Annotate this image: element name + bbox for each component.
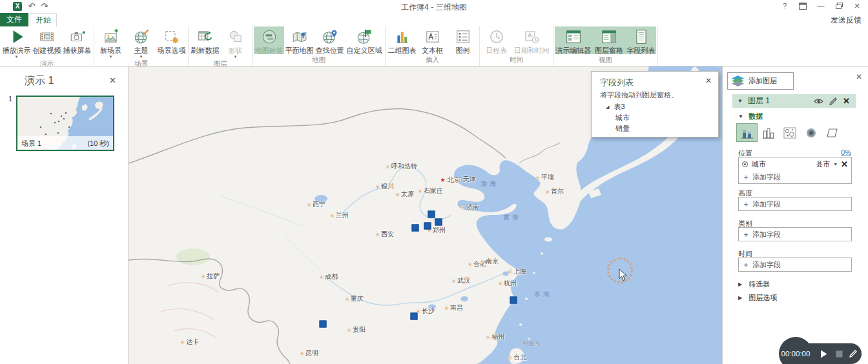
map-city-label: 南昌: [445, 303, 463, 312]
viz-clustered-column-button[interactable]: [758, 124, 778, 141]
refresh-data-button[interactable]: 刷新数据: [190, 26, 220, 54]
scene-options-button[interactable]: 场景选项: [156, 26, 187, 54]
data-section-header[interactable]: ▼ 数据: [738, 112, 763, 121]
expand-icon[interactable]: ▶: [738, 295, 742, 301]
minimize-button[interactable]: —: [815, 1, 827, 11]
expand-icon[interactable]: ▶: [738, 281, 742, 287]
field-list-button[interactable]: 字段列表: [626, 26, 656, 54]
theme-globe-icon: [132, 28, 150, 46]
time-add-field[interactable]: ＋ 添加字段: [739, 258, 851, 271]
geocoding-percent-link[interactable]: 0%: [841, 148, 851, 156]
category-add-field[interactable]: ＋ 添加字段: [739, 228, 851, 241]
edit-pencil-button[interactable]: [846, 343, 860, 364]
tab-home[interactable]: 开始: [30, 13, 57, 26]
field-list-table-node[interactable]: ◢ 表3: [606, 102, 625, 112]
viz-region-button[interactable]: [822, 124, 842, 141]
layer-pane-close-icon[interactable]: ✕: [856, 72, 862, 81]
layer-rename-icon[interactable]: [829, 97, 837, 105]
data-point-marker[interactable]: [424, 223, 431, 230]
collapse-icon[interactable]: ▼: [738, 98, 743, 104]
city-dot-icon: [307, 203, 311, 207]
scene-thumbnail[interactable]: 场景 1 (10 秒): [16, 96, 114, 151]
themes-button[interactable]: 主题 ▾: [126, 26, 156, 59]
data-point-marker[interactable]: [320, 321, 327, 328]
play-tour-button[interactable]: 播放演示 ▾: [1, 26, 32, 59]
city-dot-icon: [376, 233, 379, 236]
layer-pane-button[interactable]: 图层窗格: [592, 26, 626, 54]
custom-regions-button[interactable]: 自定义区域: [345, 26, 384, 54]
field-item-sales[interactable]: 销量: [615, 124, 630, 134]
city-dot-icon: [202, 275, 205, 278]
find-location-button[interactable]: 查找位置: [315, 26, 345, 54]
city-dot-icon: [320, 276, 323, 279]
city-dot-icon: [346, 298, 349, 301]
restore-button[interactable]: [833, 1, 845, 11]
sea-label: 黄海: [503, 213, 521, 222]
height-add-field[interactable]: ＋ 添加字段: [739, 197, 851, 210]
viz-heatmap-button[interactable]: [801, 124, 821, 141]
tour-pane-close-icon[interactable]: ✕: [109, 76, 116, 85]
time-field-box: ＋ 添加字段: [738, 258, 852, 272]
layer-visibility-icon[interactable]: [814, 98, 823, 105]
tour-editor-button[interactable]: 演示编辑器: [555, 26, 592, 54]
dropdown-arrow-icon: ▾: [110, 54, 112, 59]
viz-stacked-column-button[interactable]: [737, 124, 757, 141]
dropdown-arrow-icon: ▾: [140, 54, 143, 59]
group-label-view: 视图: [555, 55, 656, 66]
2d-chart-button[interactable]: 二维图表: [387, 26, 417, 54]
viz-type-row: [737, 124, 842, 141]
remove-field-icon[interactable]: ✕: [841, 159, 848, 169]
map-city-label: 兰州: [331, 211, 349, 220]
data-point-marker[interactable]: [428, 211, 435, 218]
layer-options-section[interactable]: ▶ 图层选项: [738, 293, 777, 303]
group-label-time: 时间: [481, 55, 552, 66]
custom-regions-icon: [355, 28, 373, 46]
create-video-button[interactable]: 创建视频: [32, 26, 62, 54]
layer-options-label: 图层选项: [749, 293, 777, 303]
ribbon-group-tour: 播放演示 ▾ 创建视频 捕获屏幕 演示: [0, 26, 94, 66]
layer-header[interactable]: ▼ 图层 1 ✕: [732, 94, 856, 108]
close-button[interactable]: ✕: [851, 1, 863, 11]
help-icon[interactable]: ?: [779, 1, 790, 11]
text-box-button[interactable]: 文本框: [417, 26, 448, 54]
play-button[interactable]: [816, 343, 831, 364]
location-level-value[interactable]: 县市: [816, 159, 830, 169]
capture-screen-button[interactable]: 捕获屏幕: [62, 26, 92, 54]
ribbon-display-icon[interactable]: [797, 1, 809, 11]
send-feedback-link[interactable]: 发送反馈: [831, 15, 862, 26]
location-field-row[interactable]: 城市 县市 ▼ ✕: [739, 157, 851, 170]
field-list-close-icon[interactable]: ✕: [705, 76, 712, 85]
city-dot-icon: [546, 190, 549, 194]
filters-section[interactable]: ▶ 筛选器: [738, 279, 770, 289]
chevron-down-icon[interactable]: ▼: [833, 162, 838, 167]
ribbon: 播放演示 ▾ 创建视频 捕获屏幕 演示 新场景 ▾ 主题 ▾: [0, 26, 868, 66]
data-point-marker[interactable]: [412, 225, 419, 232]
layer-delete-icon[interactable]: ✕: [843, 96, 850, 106]
location-add-field[interactable]: ＋ 添加字段: [739, 170, 851, 183]
flat-map-button[interactable]: 平面地图: [284, 26, 315, 54]
add-layer-button[interactable]: 添加图层: [727, 72, 794, 90]
data-point-marker[interactable]: [510, 297, 517, 304]
map-city-label: 成都: [320, 272, 338, 281]
viz-bubble-button[interactable]: [780, 124, 800, 141]
plus-icon: ＋: [742, 259, 749, 270]
shapes-icon: [227, 28, 245, 46]
legend-button[interactable]: 图例: [448, 26, 478, 54]
city-dot-icon: [376, 185, 379, 188]
dropdown-arrow-icon: ▾: [16, 54, 18, 59]
field-item-city[interactable]: 城市: [615, 113, 630, 123]
tab-file[interactable]: 文件: [0, 13, 28, 26]
map-city-label: 太原: [396, 190, 414, 199]
city-dot-icon: [458, 178, 461, 181]
collapse-icon[interactable]: ▼: [738, 114, 743, 119]
data-point-marker[interactable]: [435, 219, 442, 226]
city-dot-icon: [181, 341, 184, 344]
data-point-marker[interactable]: [411, 313, 418, 320]
stop-button[interactable]: [832, 343, 846, 364]
tree-expand-icon[interactable]: ◢: [606, 105, 609, 110]
date-time-button: 日期和时间: [512, 26, 552, 54]
field-list-panel: 字段列表 ✕ 将字段拖动到图层窗格。 ◢ 表3 城市 销量: [591, 71, 719, 137]
map-labels-button[interactable]: 地图标签: [254, 26, 284, 54]
new-scene-button[interactable]: 新场景 ▾: [96, 26, 126, 59]
map-city-label: 西安: [376, 230, 394, 239]
